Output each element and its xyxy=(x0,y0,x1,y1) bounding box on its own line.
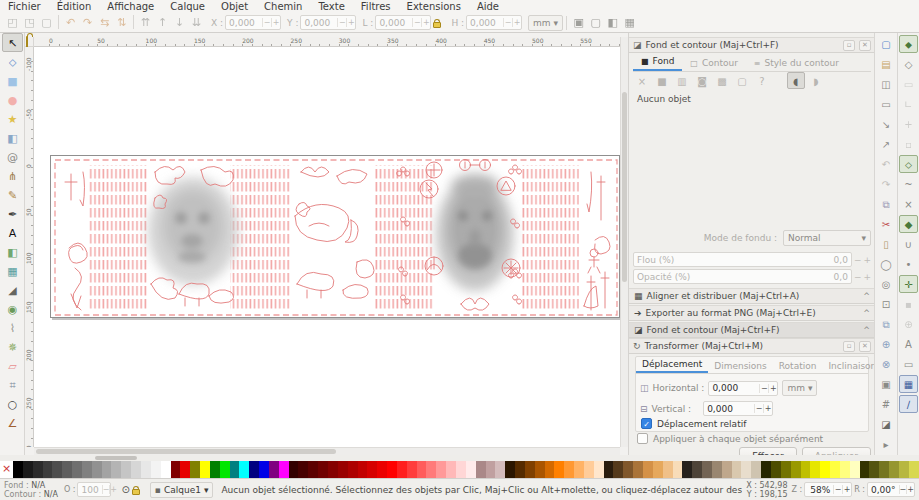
palette-swatch[interactable] xyxy=(643,461,653,478)
scale-stroke-icon[interactable]: ▣ xyxy=(570,15,587,31)
overflow-arrow-icon[interactable]: ▸ xyxy=(877,435,896,453)
paint-pattern-icon[interactable]: ▩ xyxy=(713,72,731,89)
star-tool[interactable]: ★ xyxy=(2,109,23,128)
bucket-tool[interactable]: ◉ xyxy=(2,299,23,318)
snap-bbox-edges-icon[interactable]: ▭ xyxy=(899,75,918,93)
snap-enable-icon[interactable]: ⬥ xyxy=(899,35,918,53)
palette-swatch[interactable] xyxy=(535,461,545,478)
palette-swatch[interactable] xyxy=(23,461,33,478)
paint-linear-gradient-icon[interactable]: ▥ xyxy=(673,72,691,89)
palette-swatch[interactable] xyxy=(771,461,781,478)
palette-swatch[interactable] xyxy=(377,461,387,478)
transform-unit-dropdown[interactable]: mm▾ xyxy=(782,380,817,396)
palette-swatch[interactable] xyxy=(426,461,436,478)
box3d-tool[interactable]: ◧ xyxy=(2,128,23,147)
palette-swatch[interactable] xyxy=(210,461,220,478)
iconify-panel-button[interactable]: ▫ xyxy=(843,40,855,51)
close-panel-button[interactable]: ✕ xyxy=(859,341,871,352)
pencil-tool[interactable]: ✎ xyxy=(2,185,23,204)
deselect-icon[interactable]: ▢ xyxy=(38,15,55,31)
palette-swatch[interactable] xyxy=(230,461,240,478)
palette-swatch[interactable] xyxy=(554,461,564,478)
group-icon[interactable]: ▣ xyxy=(877,375,896,393)
palette-swatch[interactable] xyxy=(298,461,308,478)
palette-swatch[interactable] xyxy=(151,461,161,478)
rotation-input[interactable]: 0,00°−+ xyxy=(867,482,915,497)
palette-swatch[interactable] xyxy=(220,461,230,478)
canvas-horizontal-scrollbar[interactable] xyxy=(34,447,620,455)
palette-swatch[interactable] xyxy=(505,461,515,478)
palette-swatch[interactable] xyxy=(840,461,850,478)
snap-grids-icon[interactable]: ▦ xyxy=(899,375,918,393)
menu-filtres[interactable]: Filtres xyxy=(353,0,399,13)
raise-icon[interactable]: ↑ xyxy=(154,15,171,31)
palette-swatch[interactable] xyxy=(751,461,761,478)
palette-swatch[interactable] xyxy=(692,461,702,478)
palette-swatch[interactable] xyxy=(574,461,584,478)
paint-flat-icon[interactable]: ■ xyxy=(653,72,671,89)
palette-swatch[interactable] xyxy=(623,461,633,478)
palette-swatch[interactable] xyxy=(633,461,643,478)
close-panel-button[interactable]: ✕ xyxy=(859,40,871,51)
lower-icon[interactable]: ↓ xyxy=(171,15,188,31)
palette-swatch[interactable] xyxy=(348,461,358,478)
palette-swatch[interactable] xyxy=(328,461,338,478)
vertical-ruler[interactable]: -100-50050100150200250300 xyxy=(25,47,34,447)
measure-tool[interactable]: ∠ xyxy=(2,413,23,432)
palette-swatch[interactable] xyxy=(289,461,299,478)
snap-paths-icon[interactable]: ~ xyxy=(899,175,918,193)
x-input[interactable]: 0,000−+ xyxy=(225,15,281,30)
palette-swatch[interactable] xyxy=(879,461,889,478)
palette-swatch[interactable] xyxy=(249,461,259,478)
menu-objet[interactable]: Objet xyxy=(213,0,256,13)
iconify-panel-button[interactable]: ▫ xyxy=(843,341,855,352)
menu-aide[interactable]: Aide xyxy=(469,0,507,13)
palette-swatch[interactable] xyxy=(594,461,604,478)
zoom-input[interactable]: 58%−+ xyxy=(804,482,852,497)
ellipse-tool[interactable]: ● xyxy=(2,90,23,109)
rectangle-tool[interactable]: ■ xyxy=(2,71,23,90)
palette-swatch[interactable] xyxy=(653,461,663,478)
palette-swatch[interactable] xyxy=(584,461,594,478)
palette-swatch[interactable] xyxy=(239,461,249,478)
palette-swatch[interactable] xyxy=(712,461,722,478)
palette-swatch[interactable] xyxy=(466,461,476,478)
palette-swatch[interactable] xyxy=(525,461,535,478)
palette-swatch[interactable] xyxy=(111,461,121,478)
tab-contour[interactable]: □Contour xyxy=(682,55,746,71)
rotate-cw-icon[interactable]: ↷ xyxy=(79,15,96,31)
snap-midpoints-icon[interactable]: • xyxy=(899,255,918,273)
palette-swatch[interactable] xyxy=(741,461,751,478)
copy-icon[interactable]: ⧉ xyxy=(877,195,896,213)
palette-swatch[interactable] xyxy=(436,461,446,478)
width-input[interactable]: 0,000−+ xyxy=(375,15,431,30)
menu-chemin[interactable]: Chemin xyxy=(256,0,310,13)
tab-fond[interactable]: ■Fond xyxy=(633,53,682,71)
snap-path-intersections-icon[interactable]: × xyxy=(899,195,918,213)
vertical-input[interactable]: 0,000−+ xyxy=(703,401,773,416)
zoom-tool[interactable]: ○ xyxy=(2,394,23,413)
export-icon[interactable]: ↗ xyxy=(877,135,896,153)
dropper-tool[interactable]: ◢ xyxy=(2,280,23,299)
palette-swatch[interactable] xyxy=(102,461,112,478)
select-all-layers-icon[interactable]: ◳ xyxy=(21,15,38,31)
panel-export-png[interactable]: ➔Exporter au format PNG (Maj+Ctrl+E)^ xyxy=(629,305,875,321)
palette-swatch[interactable] xyxy=(889,461,899,478)
palette-swatch[interactable] xyxy=(13,461,23,478)
node-tool[interactable]: ⬦ xyxy=(2,52,23,71)
palette-swatch[interactable] xyxy=(338,461,348,478)
snap-smooth-nodes-icon[interactable]: ∪ xyxy=(899,235,918,253)
palette-swatch[interactable] xyxy=(545,461,555,478)
palette-swatch[interactable] xyxy=(279,461,289,478)
redo-icon[interactable]: ↷ xyxy=(877,175,896,193)
calligraphy-tool[interactable]: ✒ xyxy=(2,204,23,223)
selector-tool[interactable]: ↖ xyxy=(2,33,23,52)
lpe-tool[interactable]: ⌇ xyxy=(2,318,23,337)
fill-rule-evenodd-icon[interactable]: ◖ xyxy=(787,72,805,89)
snap-rotation-centers-icon[interactable]: ⊕ xyxy=(899,315,918,333)
select-all-icon[interactable]: ◰ xyxy=(4,15,21,31)
palette-swatch[interactable] xyxy=(604,461,614,478)
palette-swatch[interactable] xyxy=(791,461,801,478)
text-tool[interactable]: A xyxy=(2,223,23,242)
rotate-ccw-icon[interactable]: ↶ xyxy=(62,15,79,31)
